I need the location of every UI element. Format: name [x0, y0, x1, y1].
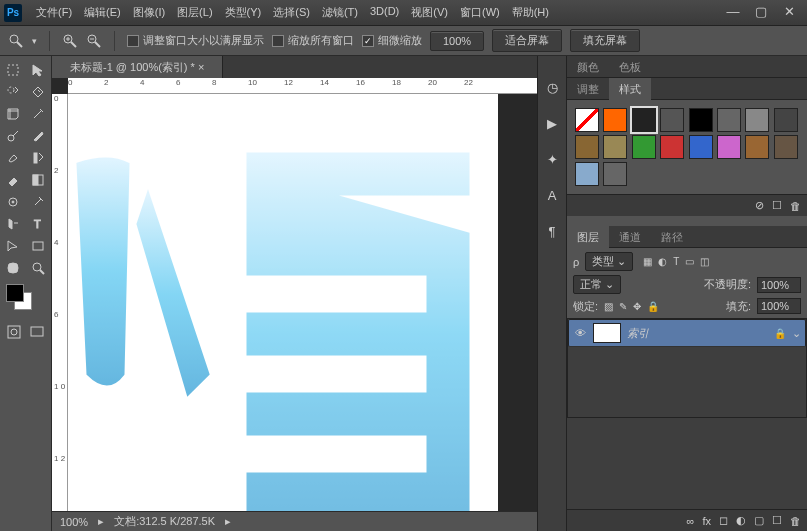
lock-all-icon[interactable]: 🔒: [647, 301, 659, 312]
path-select-tool[interactable]: [2, 236, 24, 256]
menu-item[interactable]: 滤镜(T): [316, 5, 364, 20]
fill-input[interactable]: 100%: [757, 298, 801, 314]
menu-item[interactable]: 选择(S): [267, 5, 316, 20]
resize-window-checkbox[interactable]: 调整窗口大小以满屏显示: [127, 33, 264, 48]
group-icon[interactable]: ▢: [754, 514, 764, 527]
fit-screen-button[interactable]: 适合屏幕: [492, 29, 562, 52]
eraser-tool[interactable]: [2, 170, 24, 190]
window-maximize[interactable]: ▢: [747, 3, 775, 23]
panel-tab-layers[interactable]: 图层: [567, 226, 609, 248]
layer-fx-icon[interactable]: fx: [702, 515, 711, 527]
lock-position-icon[interactable]: ✥: [633, 301, 641, 312]
new-layer-icon[interactable]: ☐: [772, 514, 782, 527]
lasso-tool[interactable]: [2, 82, 24, 102]
style-swatch[interactable]: [632, 135, 656, 159]
menu-item[interactable]: 视图(V): [405, 5, 454, 20]
window-close[interactable]: ✕: [775, 3, 803, 23]
style-swatch[interactable]: [689, 135, 713, 159]
style-swatch[interactable]: [774, 108, 798, 132]
chevron-right-icon[interactable]: ▸: [225, 515, 231, 528]
screenmode-icon[interactable]: [26, 322, 48, 342]
style-swatch[interactable]: [632, 108, 656, 132]
midstrip-icon[interactable]: ✦: [544, 152, 560, 168]
style-swatch[interactable]: [717, 135, 741, 159]
dodge-tool[interactable]: [27, 192, 49, 212]
filter-adjust-icon[interactable]: ◐: [658, 256, 667, 267]
menu-item[interactable]: 图像(I): [127, 5, 171, 20]
crop-tool[interactable]: [2, 104, 24, 124]
eyedropper-tool[interactable]: [27, 104, 49, 124]
style-swatch[interactable]: [603, 108, 627, 132]
menu-item[interactable]: 3D(D): [364, 5, 405, 20]
hand-tool[interactable]: [2, 258, 24, 278]
style-swatch[interactable]: [575, 162, 599, 186]
status-zoom[interactable]: 100%: [60, 516, 88, 528]
filter-smart-icon[interactable]: ◫: [700, 256, 709, 267]
foreground-color[interactable]: [6, 284, 24, 302]
blur-tool[interactable]: [2, 192, 24, 212]
layer-row[interactable]: 👁 索引 🔒: [568, 319, 806, 347]
panel-tab-paths[interactable]: 路径: [651, 226, 693, 248]
menu-item[interactable]: 类型(Y): [219, 5, 268, 20]
rectangle-tool[interactable]: [27, 236, 49, 256]
clear-style-icon[interactable]: ⊘: [755, 199, 764, 212]
filter-type-icon[interactable]: T: [673, 256, 679, 267]
style-swatch[interactable]: [689, 108, 713, 132]
lock-pixels-icon[interactable]: ✎: [619, 301, 627, 312]
adjustment-layer-icon[interactable]: ◐: [736, 514, 746, 527]
layer-name[interactable]: 索引: [627, 326, 649, 341]
document-tab[interactable]: 未标题-1 @ 100%(索引) * ×: [52, 56, 223, 78]
style-swatch[interactable]: [603, 135, 627, 159]
zoom-in-icon[interactable]: [62, 33, 78, 49]
zoom-100-button[interactable]: 100%: [430, 31, 484, 51]
trash-icon[interactable]: 🗑: [790, 200, 801, 212]
layer-filter-kind[interactable]: 类型: [585, 252, 633, 271]
menu-item[interactable]: 编辑(E): [78, 5, 127, 20]
wand-tool[interactable]: [27, 82, 49, 102]
midstrip-icon[interactable]: ▶: [544, 116, 560, 132]
quickmask-icon[interactable]: [3, 322, 25, 342]
window-minimize[interactable]: —: [719, 3, 747, 23]
style-swatch[interactable]: [660, 108, 684, 132]
style-swatch[interactable]: [774, 135, 798, 159]
pen-tool[interactable]: [2, 214, 24, 234]
style-swatch[interactable]: [575, 108, 599, 132]
type-tool[interactable]: T: [27, 214, 49, 234]
gradient-tool[interactable]: [27, 170, 49, 190]
panel-tab-swatches[interactable]: 色板: [609, 56, 651, 78]
midstrip-icon[interactable]: ◷: [544, 80, 560, 96]
filter-shape-icon[interactable]: ▭: [685, 256, 694, 267]
menu-item[interactable]: 文件(F): [30, 5, 78, 20]
midstrip-icon[interactable]: A: [544, 188, 560, 204]
trash-icon[interactable]: 🗑: [790, 515, 801, 527]
panel-tab-styles[interactable]: 样式: [609, 78, 651, 100]
scrubby-zoom-checkbox[interactable]: 细微缩放: [362, 33, 422, 48]
link-layers-icon[interactable]: ∞: [687, 515, 695, 527]
spot-heal-tool[interactable]: [2, 126, 24, 146]
menu-item[interactable]: 帮助(H): [506, 5, 555, 20]
style-swatch[interactable]: [717, 108, 741, 132]
chevron-right-icon[interactable]: ▸: [98, 515, 104, 528]
blend-mode-select[interactable]: 正常: [573, 275, 621, 294]
style-swatch[interactable]: [745, 108, 769, 132]
opacity-input[interactable]: 100%: [757, 277, 801, 293]
layer-mask-icon[interactable]: ◻: [719, 514, 728, 527]
zoom-out-icon[interactable]: [86, 33, 102, 49]
zoom-tool[interactable]: [27, 258, 49, 278]
style-swatch[interactable]: [745, 135, 769, 159]
style-swatch[interactable]: [575, 135, 599, 159]
marquee-tool[interactable]: [2, 60, 24, 80]
chevron-down-icon[interactable]: ▾: [32, 36, 37, 46]
clone-tool[interactable]: [2, 148, 24, 168]
filter-pixel-icon[interactable]: ▦: [643, 256, 652, 267]
move-tool[interactable]: [27, 60, 49, 80]
panel-tab-color[interactable]: 颜色: [567, 56, 609, 78]
brush-tool[interactable]: [27, 126, 49, 146]
zoom-all-checkbox[interactable]: 缩放所有窗口: [272, 33, 354, 48]
style-swatch[interactable]: [660, 135, 684, 159]
new-style-icon[interactable]: ☐: [772, 199, 782, 212]
midstrip-icon[interactable]: ¶: [544, 224, 560, 240]
history-brush-tool[interactable]: [27, 148, 49, 168]
lock-transparent-icon[interactable]: ▨: [604, 301, 613, 312]
layer-thumbnail[interactable]: [593, 323, 621, 343]
